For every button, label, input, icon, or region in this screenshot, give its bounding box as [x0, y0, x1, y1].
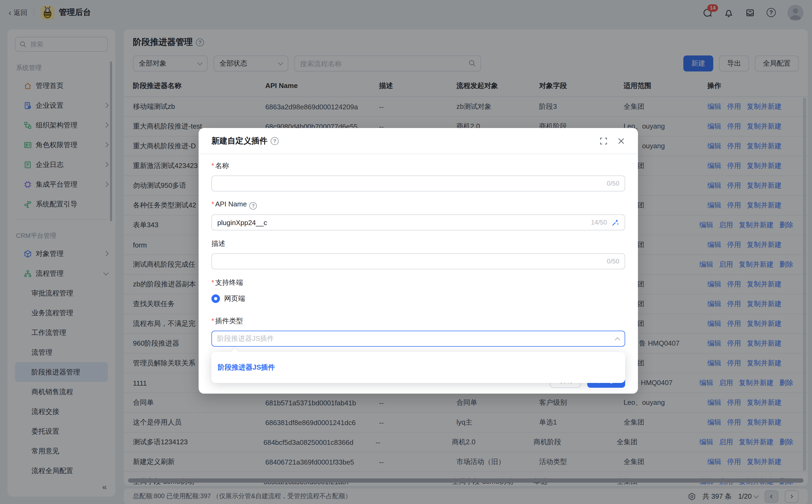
- web-terminal-radio[interactable]: 网页端: [212, 294, 625, 303]
- desc-field-input[interactable]: [217, 257, 602, 265]
- modal-help-icon[interactable]: ?: [271, 137, 279, 145]
- modal-title: 新建自定义插件: [212, 136, 268, 146]
- dropdown-option-stage-js-plugin[interactable]: 阶段推进器JS插件: [212, 352, 625, 383]
- ai-translate-wand-icon[interactable]: [611, 218, 619, 226]
- admin-console-page: ‹ 返回 管理后台 14 ?: [0, 0, 812, 504]
- desc-field-label: 描述: [212, 239, 625, 249]
- desc-field-counter: 0/50: [607, 258, 619, 265]
- close-icon[interactable]: [617, 137, 625, 145]
- create-plugin-modal: 新建自定义插件 ? 名称 0/50 API Name? 14/50: [198, 128, 638, 394]
- name-field-counter: 0/50: [607, 180, 619, 187]
- plugin-type-field-label: 插件类型: [212, 316, 625, 326]
- name-field-label: 名称: [212, 161, 625, 171]
- plugin-type-select[interactable]: 阶段推进器JS插件: [212, 331, 625, 347]
- radio-selected-icon: [212, 294, 220, 303]
- terminal-field-label: 支持终端: [212, 278, 625, 287]
- plugin-type-placeholder: 阶段推进器JS插件: [217, 334, 616, 343]
- divider: [198, 154, 638, 154]
- chevron-up-icon: [615, 337, 620, 342]
- web-terminal-radio-label: 网页端: [224, 294, 245, 303]
- api-field-counter: 14/50: [591, 219, 607, 226]
- plugin-type-dropdown: 阶段推进器JS插件: [212, 352, 625, 383]
- api-field-input[interactable]: [217, 218, 587, 226]
- api-help-icon[interactable]: ?: [250, 202, 257, 210]
- fullscreen-icon[interactable]: [599, 137, 607, 145]
- api-field-label: API Name: [212, 200, 247, 208]
- name-field-input[interactable]: [217, 179, 602, 187]
